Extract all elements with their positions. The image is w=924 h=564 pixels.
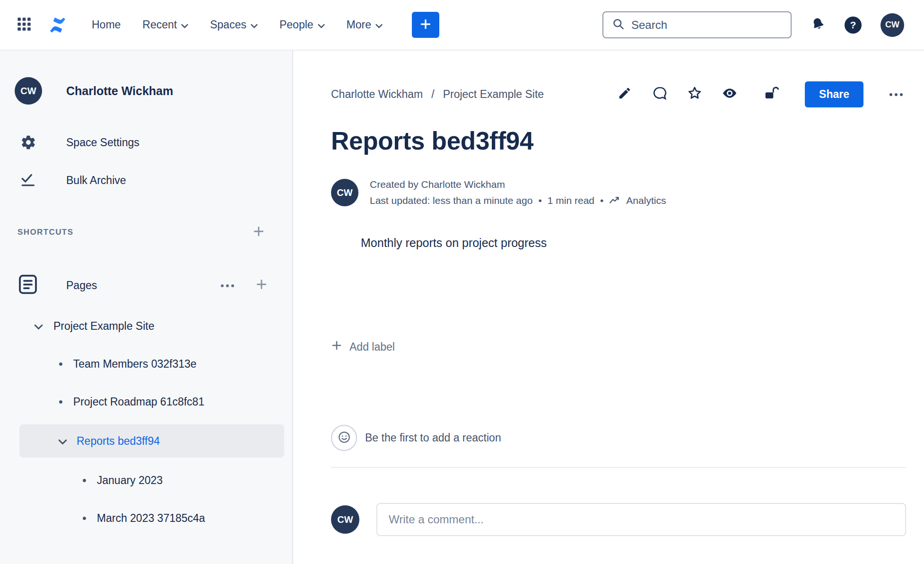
- profile-avatar[interactable]: CW: [880, 13, 904, 37]
- byline: CW Created by Charlotte Wickham Last upd…: [331, 179, 906, 207]
- tree-item-label: Team Members 032f313e: [73, 358, 197, 370]
- smiley-icon: [337, 430, 351, 446]
- space-avatar: CW: [15, 77, 42, 105]
- breadcrumb: Charlotte Wickham / Project Example Site: [331, 88, 544, 101]
- nav-item-label: More: [347, 18, 371, 31]
- gear-icon: [15, 134, 42, 150]
- analytics-label: Analytics: [626, 195, 666, 206]
- create-button[interactable]: [412, 12, 439, 38]
- sidebar-item-label: Bulk Archive: [66, 174, 126, 187]
- add-page-button[interactable]: [255, 278, 268, 292]
- plus-icon: [419, 18, 432, 32]
- breadcrumb-site-link[interactable]: Project Example Site: [443, 88, 544, 101]
- page-title: Reports bed3ff94: [331, 126, 906, 155]
- comment-button[interactable]: [650, 84, 670, 104]
- add-shortcut-button[interactable]: [253, 225, 265, 239]
- page-body-text: Monthly reports on project progress: [361, 236, 906, 250]
- breadcrumb-space-link[interactable]: Charlotte Wickham: [331, 88, 423, 101]
- question-icon: [845, 17, 862, 34]
- add-label-text: Add label: [349, 341, 395, 353]
- nav-item-spaces[interactable]: Spaces: [210, 18, 258, 31]
- tree-item-march-2023[interactable]: March 2023 37185c4a: [0, 503, 292, 533]
- confluence-logo-icon[interactable]: [46, 17, 69, 34]
- bullet-icon: [82, 512, 87, 524]
- bullet-icon: [59, 396, 63, 408]
- nav-item-more[interactable]: More: [347, 18, 383, 31]
- created-by-text: Created by Charlotte Wickham: [370, 179, 666, 190]
- plus-icon: [253, 231, 265, 239]
- shortcuts-heading: SHORTCUTS: [17, 228, 73, 237]
- chevron-down-icon: [58, 435, 67, 448]
- search-icon: [612, 18, 625, 32]
- pencil-icon: [618, 86, 632, 102]
- search-box[interactable]: [602, 11, 792, 38]
- chevron-down-icon: [251, 18, 258, 31]
- tree-item-project-roadmap[interactable]: Project Roadmap 61c8fc81: [0, 387, 292, 417]
- ellipsis-icon: [220, 281, 235, 289]
- sidebar-item-bulk-archive[interactable]: Bulk Archive: [0, 161, 292, 199]
- nav-item-label: People: [279, 18, 314, 31]
- space-name: Charlotte Wickham: [66, 84, 173, 98]
- tree-item-project-example-site[interactable]: Project Example Site: [0, 311, 292, 341]
- tree-item-team-members[interactable]: Team Members 032f313e: [0, 349, 292, 379]
- grid-icon: [17, 17, 31, 33]
- ellipsis-icon: [889, 90, 904, 98]
- last-updated-text[interactable]: Last updated: less than a minute ago: [370, 195, 532, 206]
- content-divider: [331, 467, 906, 468]
- plus-icon: [331, 340, 342, 354]
- nav-item-home[interactable]: Home: [92, 18, 121, 31]
- page-tree: Project Example Site Team Members 032f31…: [0, 311, 292, 533]
- bullet-icon: [82, 475, 87, 486]
- notifications-button[interactable]: [811, 17, 826, 34]
- pages-more-button[interactable]: [220, 281, 235, 290]
- star-icon: [687, 86, 702, 103]
- nav-item-label: Home: [92, 18, 121, 31]
- space-header[interactable]: CW Charlotte Wickham: [0, 77, 292, 105]
- tree-item-january-2023[interactable]: January 2023: [0, 465, 292, 495]
- page-content: Charlotte Wickham / Project Example Site: [293, 51, 924, 564]
- nav-item-people[interactable]: People: [279, 18, 325, 31]
- eye-icon: [722, 85, 738, 103]
- add-reaction-button[interactable]: [331, 425, 357, 451]
- share-button[interactable]: Share: [805, 81, 863, 107]
- tree-item-label: January 2023: [97, 474, 163, 487]
- help-button[interactable]: [845, 17, 862, 34]
- sidebar-item-pages[interactable]: Pages: [0, 272, 292, 299]
- shortcuts-section: SHORTCUTS: [0, 223, 292, 242]
- edit-button[interactable]: [615, 84, 635, 104]
- star-button[interactable]: [685, 84, 705, 104]
- nav-item-recent[interactable]: Recent: [142, 18, 188, 31]
- more-actions-button[interactable]: [886, 84, 906, 104]
- dot-separator: •: [538, 195, 541, 206]
- chevron-down-icon: [34, 320, 43, 333]
- check-list-icon: [15, 173, 42, 187]
- tree-item-label: March 2023 37185c4a: [97, 512, 205, 525]
- primary-nav-menu: Home Recent Spaces People More: [92, 18, 383, 31]
- author-avatar[interactable]: CW: [331, 179, 358, 206]
- breadcrumb-separator: /: [431, 88, 434, 101]
- analytics-link[interactable]: Analytics: [609, 194, 666, 207]
- dot-separator: •: [600, 195, 603, 206]
- tree-item-reports-selected[interactable]: Reports bed3ff94: [19, 424, 284, 458]
- pages-label: Pages: [66, 279, 97, 292]
- search-input[interactable]: [631, 18, 782, 32]
- comment-input[interactable]: [376, 503, 906, 536]
- restrictions-button[interactable]: [761, 84, 781, 104]
- plus-icon: [255, 284, 268, 292]
- chevron-down-icon: [375, 18, 383, 31]
- bell-icon: [811, 25, 826, 33]
- unlock-icon: [764, 86, 779, 102]
- chevron-down-icon: [318, 18, 325, 31]
- page-actions: Share: [615, 81, 906, 107]
- app-switcher-button[interactable]: [17, 17, 31, 33]
- top-navigation-bar: Home Recent Spaces People More: [0, 0, 924, 51]
- nav-item-label: Spaces: [210, 18, 246, 31]
- sidebar-item-label: Space Settings: [66, 136, 139, 149]
- add-label-button[interactable]: Add label: [331, 340, 395, 354]
- analytics-chart-icon: [609, 194, 621, 207]
- space-sidebar: CW Charlotte Wickham Space Settings Bulk…: [0, 51, 293, 564]
- tree-item-label: Project Roadmap 61c8fc81: [73, 396, 204, 408]
- sidebar-item-space-settings[interactable]: Space Settings: [0, 123, 292, 161]
- reaction-prompt: Be the first to add a reaction: [365, 432, 501, 444]
- watch-button[interactable]: [720, 84, 740, 104]
